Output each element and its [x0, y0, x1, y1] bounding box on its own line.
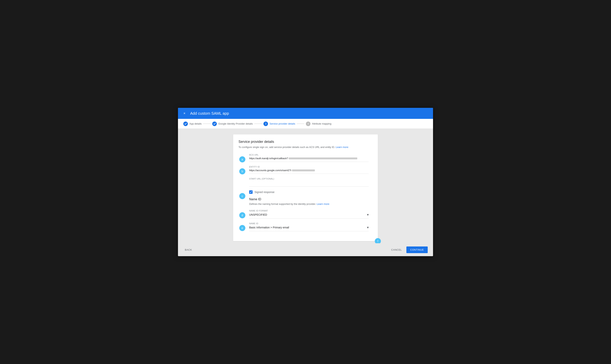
- card-description: To configure single sign on, add service…: [239, 145, 369, 149]
- badge-e: e: [239, 225, 245, 231]
- dropdown-arrow-icon: ▾: [367, 213, 369, 217]
- learn-more-link-1[interactable]: Learn more: [336, 146, 348, 149]
- badge-f: f: [375, 238, 381, 243]
- acs-url-field: ACS URL https://auth.kandji.io/login/cal…: [249, 154, 369, 162]
- step-3-label: Service provider details: [270, 122, 295, 125]
- name-id-row: e Name ID Basic Information > Primary em…: [249, 222, 369, 231]
- acs-url-label: ACS URL: [249, 154, 369, 156]
- start-url-field[interactable]: Start URL (optional): [249, 178, 369, 187]
- name-id-title: Name ID: [249, 198, 369, 201]
- name-id-format-row: d Name ID format UNSPECIFIED ▾: [249, 209, 369, 219]
- acs-url-value: https://auth.kandji.io/login/callback?: [249, 157, 369, 160]
- badge-d: d: [239, 212, 245, 218]
- name-id-label: Name ID: [249, 222, 369, 225]
- name-id-value: Basic Information > Primary email: [249, 226, 289, 229]
- name-id-format-field: Name ID format UNSPECIFIED ▾: [249, 209, 369, 219]
- badge-c: c: [239, 193, 245, 199]
- learn-more-link-2[interactable]: Learn more: [317, 203, 329, 205]
- card-fields: a ACS URL https://auth.kandji.io/login/c…: [239, 154, 369, 232]
- footer-right: CANCEL CONTINUE: [388, 247, 428, 253]
- acs-url-row: a ACS URL https://auth.kandji.io/login/c…: [249, 154, 369, 162]
- step-connector-1: [203, 124, 211, 124]
- dialog-title: Add custom SAML app: [190, 111, 229, 116]
- name-id-field: Name ID Basic Information > Primary emai…: [249, 222, 369, 231]
- step-3-circle: 3: [263, 121, 268, 126]
- close-button[interactable]: ×: [182, 111, 187, 116]
- signed-response-row: c Signed response: [249, 190, 369, 194]
- step-1: App details: [183, 121, 202, 126]
- name-id-description: Defines the naming format supported by t…: [249, 202, 369, 206]
- step-connector-3: [297, 124, 304, 124]
- step-2-label: Google Identity Provider details: [218, 122, 253, 125]
- step-1-label: App details: [190, 122, 202, 125]
- service-provider-card: Service provider details To configure si…: [233, 134, 378, 241]
- start-url-row: Start URL (optional): [249, 178, 369, 187]
- step-3: 3 Service provider details: [263, 121, 295, 126]
- step-2-circle: [212, 121, 217, 126]
- main-window: × Add custom SAML app App details Google…: [178, 108, 433, 256]
- name-id-dropdown-arrow-icon: ▾: [367, 225, 369, 230]
- step-4: 4 Attribute mapping: [306, 121, 331, 126]
- stepper: App details Google Identity Provider det…: [178, 119, 433, 129]
- signed-response-label: Signed response: [255, 191, 274, 194]
- titlebar: × Add custom SAML app: [178, 108, 433, 119]
- back-button[interactable]: BACK: [183, 247, 193, 253]
- name-id-section: Name ID Defines the naming format suppor…: [249, 198, 369, 206]
- continue-button[interactable]: CONTINUE: [406, 247, 428, 253]
- start-url-label: Start URL (optional): [249, 178, 369, 180]
- step-2: Google Identity Provider details: [212, 121, 253, 126]
- entity-id-row: b Entity ID https://accounts.google.com/…: [249, 166, 369, 174]
- name-id-format-label: Name ID format: [249, 209, 369, 212]
- step-4-label: Attribute mapping: [312, 122, 331, 125]
- signed-response-checkbox-wrapper[interactable]: Signed response: [249, 190, 274, 194]
- step-4-circle: 4: [306, 121, 311, 126]
- footer: BACK CANCEL CONTINUE: [178, 243, 433, 256]
- signed-response-checkbox[interactable]: [249, 190, 253, 194]
- card-title: Service provider details: [239, 140, 369, 144]
- badge-a: a: [239, 156, 245, 162]
- name-id-format-dropdown[interactable]: UNSPECIFIED ▾: [249, 213, 369, 217]
- badge-b: b: [239, 168, 245, 174]
- step-1-circle: [183, 121, 188, 126]
- name-id-format-value: UNSPECIFIED: [249, 213, 267, 216]
- step-connector-2: [254, 124, 262, 124]
- entity-id-label: Entity ID: [249, 166, 369, 168]
- name-id-dropdown[interactable]: Basic Information > Primary email ▾: [249, 225, 369, 230]
- content-area: Service provider details To configure si…: [178, 129, 433, 243]
- start-url-value: [249, 181, 369, 185]
- cancel-button[interactable]: CANCEL: [388, 247, 405, 253]
- entity-id-value: https://accounts.google.com/o/saml2?i: [249, 169, 369, 172]
- entity-id-field: Entity ID https://accounts.google.com/o/…: [249, 166, 369, 174]
